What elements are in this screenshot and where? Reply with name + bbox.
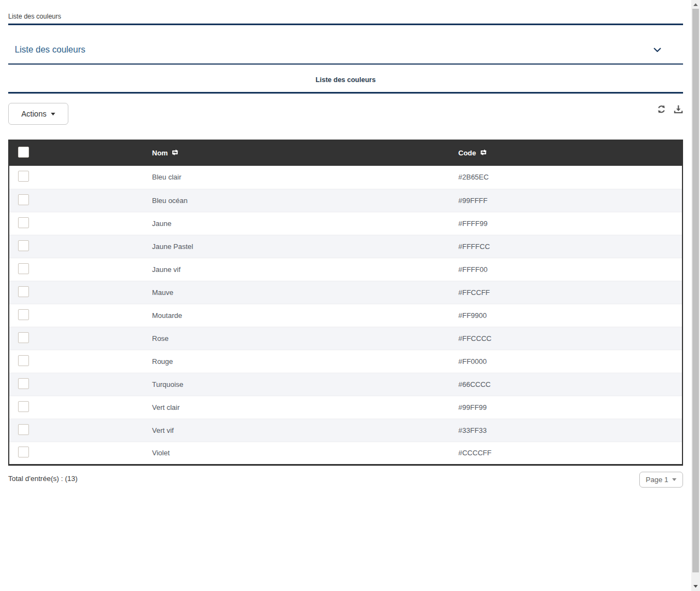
color-name-cell: Mauve [143, 281, 450, 304]
breadcrumb: Liste des couleurs [8, 0, 683, 20]
row-checkbox-cell [9, 304, 143, 327]
row-checkbox[interactable] [18, 240, 29, 251]
row-checkbox-cell [9, 235, 143, 258]
row-checkbox-cell [9, 212, 143, 235]
row-checkbox[interactable] [18, 355, 29, 366]
row-checkbox[interactable] [18, 378, 29, 389]
color-code-cell: #FF0000 [450, 350, 682, 373]
main-content: Liste des couleurs Liste des couleurs Li… [0, 0, 700, 488]
row-checkbox[interactable] [18, 171, 29, 182]
table-row: Violet#CCCCFF [9, 442, 682, 465]
table-footer: Total d'entrée(s) : (13) Page 1 [8, 472, 683, 488]
toolbar: Actions [8, 103, 683, 133]
row-checkbox[interactable] [18, 447, 29, 457]
sort-icon[interactable] [480, 149, 487, 157]
scrollbar-thumb[interactable] [692, 9, 699, 572]
table-row: Turquoise#66CCCC [9, 373, 682, 396]
color-code-cell: #2B65EC [450, 166, 682, 189]
color-name-cell: Jaune vif [143, 258, 450, 281]
scroll-down-arrow-icon[interactable] [693, 585, 698, 588]
color-name-cell: Rouge [143, 350, 450, 373]
row-checkbox[interactable] [18, 309, 29, 320]
color-name-cell: Bleu clair [143, 166, 450, 189]
color-code-cell: #FFCCFF [450, 281, 682, 304]
actions-button-label: Actions [21, 109, 46, 118]
table-row: Jaune vif#FFFF00 [9, 258, 682, 281]
row-checkbox-cell [9, 189, 143, 212]
color-code-cell: #99FF99 [450, 396, 682, 419]
row-checkbox[interactable] [18, 217, 29, 228]
sort-icon[interactable] [171, 149, 179, 157]
table-row: Moutarde#FF9900 [9, 304, 682, 327]
row-checkbox[interactable] [18, 263, 29, 274]
table-row: Jaune Pastel#FFFFCC [9, 235, 682, 258]
row-checkbox-cell [9, 166, 143, 189]
row-checkbox[interactable] [18, 194, 29, 205]
table-header-row: Nom Code [9, 140, 682, 166]
toolbar-icons [657, 103, 683, 114]
name-column-label: Nom [152, 149, 168, 157]
row-checkbox-cell [9, 258, 143, 281]
table-row: Vert clair#99FF99 [9, 396, 682, 419]
color-code-cell: #66CCCC [450, 373, 682, 396]
color-name-cell: Turquoise [143, 373, 450, 396]
vertical-scrollbar[interactable] [691, 0, 700, 591]
row-checkbox-cell [9, 373, 143, 396]
color-code-cell: #33FF33 [450, 419, 682, 442]
section-title-bar: Liste des couleurs [8, 65, 683, 94]
total-entries: Total d'entrée(s) : (13) [8, 472, 78, 483]
color-name-cell: Violet [143, 442, 450, 465]
row-checkbox-cell [9, 396, 143, 419]
panel-title: Liste des couleurs [15, 45, 85, 55]
name-column-header[interactable]: Nom [143, 140, 450, 166]
code-column-header[interactable]: Code [450, 140, 682, 166]
color-name-cell: Vert clair [143, 396, 450, 419]
color-code-cell: #FFFF00 [450, 258, 682, 281]
color-name-cell: Jaune [143, 212, 450, 235]
select-all-header-cell [9, 140, 143, 166]
table-row: Bleu clair#2B65EC [9, 166, 682, 189]
color-name-cell: Moutarde [143, 304, 450, 327]
row-checkbox-cell [9, 419, 143, 442]
caret-down-icon [51, 113, 55, 115]
section-title: Liste des couleurs [316, 76, 376, 84]
actions-button[interactable]: Actions [8, 103, 68, 125]
row-checkbox[interactable] [18, 401, 29, 412]
color-name-cell: Vert vif [143, 419, 450, 442]
code-column-label: Code [458, 149, 476, 157]
table-row: Mauve#FFCCFF [9, 281, 682, 304]
color-name-cell: Rose [143, 327, 450, 350]
scroll-up-arrow-icon[interactable] [693, 3, 698, 6]
select-all-checkbox[interactable] [18, 147, 29, 158]
caret-down-icon [672, 478, 676, 481]
color-code-cell: #99FFFF [450, 189, 682, 212]
color-code-cell: #FFFF99 [450, 212, 682, 235]
color-name-cell: Jaune Pastel [143, 235, 450, 258]
color-name-cell: Bleu océan [143, 189, 450, 212]
table-row: Vert vif#33FF33 [9, 419, 682, 442]
color-code-cell: #FFCCCC [450, 327, 682, 350]
download-icon[interactable] [674, 105, 683, 114]
color-code-cell: #FF9900 [450, 304, 682, 327]
color-code-cell: #FFFFCC [450, 235, 682, 258]
table-row: Rose#FFCCCC [9, 327, 682, 350]
row-checkbox-cell [9, 281, 143, 304]
row-checkbox-cell [9, 442, 143, 465]
top-divider [8, 24, 683, 25]
row-checkbox[interactable] [18, 286, 29, 297]
row-checkbox[interactable] [18, 332, 29, 343]
page-selector[interactable]: Page 1 [639, 472, 683, 488]
row-checkbox-cell [9, 327, 143, 350]
table-row: Rouge#FF0000 [9, 350, 682, 373]
page-selector-label: Page 1 [646, 476, 668, 484]
refresh-icon[interactable] [657, 105, 666, 114]
row-checkbox-cell [9, 350, 143, 373]
table-row: Bleu océan#99FFFF [9, 189, 682, 212]
table-row: Jaune#FFFF99 [9, 212, 682, 235]
colors-table: Nom Code [8, 140, 683, 466]
color-code-cell: #CCCCFF [450, 442, 682, 465]
chevron-down-icon[interactable] [654, 45, 661, 55]
panel-header[interactable]: Liste des couleurs [8, 37, 683, 65]
row-checkbox[interactable] [18, 424, 29, 435]
